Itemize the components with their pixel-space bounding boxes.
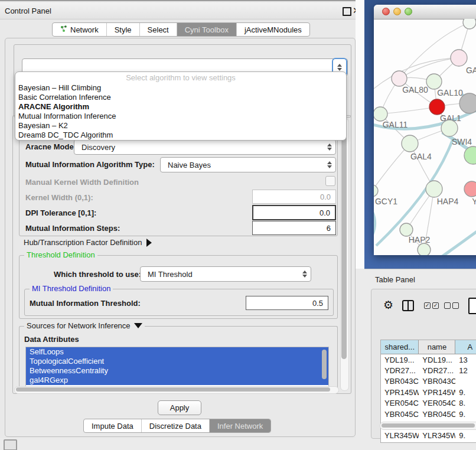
dropdown-item[interactable]: Bayesian – Hill Climbing: [15, 83, 346, 93]
settings-scrollbar[interactable]: [340, 118, 349, 391]
dpi-tolerance-field[interactable]: 0.0: [252, 205, 336, 220]
sources-title-row[interactable]: Sources for Network Inference: [24, 321, 145, 330]
data-attributes-label: Data Attributes: [24, 335, 79, 344]
mi-algorithm-type-label: Mutual Information Algorithm Type:: [25, 160, 155, 169]
node-GAL10[interactable]: [426, 74, 442, 89]
column-header[interactable]: A: [455, 340, 476, 354]
tab-network[interactable]: Network: [53, 23, 106, 36]
apply-button[interactable]: Apply: [158, 400, 201, 415]
table-hscrollbar-thumb[interactable]: [382, 423, 475, 428]
node-partial-bottom[interactable]: [418, 243, 431, 255]
aracne-mode-combobox[interactable]: Discovery: [74, 139, 336, 155]
column-header[interactable]: shared...: [381, 340, 419, 354]
dropdown-item[interactable]: Basic Correlation Inference: [15, 93, 346, 102]
node-GAL4[interactable]: [402, 135, 418, 152]
list-item[interactable]: TopologicalCoefficient: [26, 357, 328, 366]
node-gray[interactable]: [459, 93, 476, 113]
table-row[interactable]: YIL052CYIL052C9: [381, 441, 476, 443]
network-node-label: GAL10: [437, 88, 463, 97]
combo-spinner-icon: [324, 158, 335, 172]
column-header[interactable]: name: [419, 340, 455, 354]
table-panel-title: Table Panel: [375, 275, 415, 284]
tab-cyni-toolbox[interactable]: Cyni Toolbox: [177, 23, 236, 36]
table-row[interactable]: YDR27...YDR27...12: [381, 365, 476, 376]
panel-gutter: [356, 0, 364, 269]
close-window-icon[interactable]: [382, 8, 390, 15]
split-columns-icon[interactable]: [402, 300, 414, 311]
table-row[interactable]: YLR345WYLR345W9.: [381, 431, 476, 441]
mi-steps-field[interactable]: 6: [252, 221, 336, 235]
node-SWI4[interactable]: [441, 120, 458, 136]
zoom-window-icon[interactable]: [405, 8, 412, 15]
table-row[interactable]: YPR145WYPR145W9.: [381, 387, 476, 397]
hub-definition-section[interactable]: Hub/Transcription Factor Definition: [24, 238, 152, 247]
dropdown-item[interactable]: Bayesian – K2: [15, 121, 346, 131]
table-row[interactable]: YER054CYER054C8.: [381, 398, 476, 409]
manual-kernel-width-label: Manual Kernel Width Definition: [25, 178, 139, 187]
select-all-icon[interactable]: ✓✓: [424, 302, 439, 309]
node-partial-top[interactable]: [463, 19, 476, 29]
settings-hscrollbar-thumb[interactable]: [16, 387, 330, 392]
table-row[interactable]: YDL19...YDL19...13: [381, 354, 476, 365]
table-hscrollbar[interactable]: [380, 422, 476, 430]
network-edge: [374, 206, 375, 237]
node-HAP2[interactable]: [400, 223, 413, 236]
settings-hscrollbar[interactable]: [14, 386, 339, 394]
manual-kernel-width-checkbox[interactable]: [325, 176, 335, 186]
table-row[interactable]: YBR043CYBR043C: [381, 376, 476, 387]
list-item[interactable]: BetweennessCentrality: [26, 366, 328, 376]
threshold-definition-groupbox: Threshold Definition Which threshold to …: [19, 255, 338, 319]
list-item[interactable]: gal4RGexp: [26, 376, 328, 385]
list-item[interactable]: SelfLoops: [26, 347, 328, 357]
table-panel: Table Panel ⚙ ✓✓ shared... name A YDL19.…: [364, 269, 476, 450]
sources-groupbox: Sources for Network Inference Data Attri…: [19, 326, 338, 393]
select-none-icon[interactable]: [444, 302, 459, 309]
list-scrollbar-thumb[interactable]: [322, 350, 327, 379]
dropdown-item[interactable]: Mutual Information Inference: [15, 112, 346, 121]
hub-definition-label: Hub/Transcription Factor Definition: [24, 238, 142, 247]
mi-threshold-field[interactable]: 0.5: [246, 296, 328, 310]
screen: Control Panel ✕ Network Style Select Cyn…: [0, 0, 476, 450]
settings-scrollbar-thumb[interactable]: [341, 119, 347, 359]
network-node-label: GCY1: [375, 197, 397, 206]
network-view-window: GALGAL80GAL10GAL1GAL11SWI4GAL4GCY1HAP4YH…: [374, 5, 476, 255]
desktop-background: GALGAL80GAL10GAL1GAL11SWI4GAL4GCY1HAP4YH…: [364, 0, 476, 269]
tab-discretize-data[interactable]: Discretize Data: [141, 419, 209, 432]
export-table-icon[interactable]: [468, 298, 476, 314]
tab-jactivemnodules[interactable]: jActiveMNodules: [236, 23, 309, 36]
node-GAL80[interactable]: [392, 71, 407, 86]
node-GAL11[interactable]: [374, 107, 387, 121]
tab-style[interactable]: Style: [106, 23, 139, 36]
network-node-label: HAP4: [437, 197, 459, 206]
node-gal-clipped[interactable]: [451, 50, 467, 66]
node-salmon[interactable]: [464, 181, 476, 197]
sources-title: Sources for Network Inference: [27, 321, 131, 330]
network-node-label: GAL11: [383, 120, 408, 129]
float-panel-icon[interactable]: [343, 7, 351, 16]
mi-threshold-title: MI Threshold Definition: [30, 284, 113, 293]
aracne-mode-label: Aracne Mode:: [25, 142, 76, 151]
expanded-arrow-icon[interactable]: [134, 323, 142, 328]
kernel-width-field[interactable]: 0.0: [252, 190, 336, 204]
mi-algorithm-type-combobox[interactable]: Naive Bayes: [160, 157, 336, 172]
settings-gear-icon[interactable]: ⚙: [383, 299, 393, 311]
tab-impute-data[interactable]: Impute Data: [84, 419, 141, 432]
threshold-definition-title: Threshold Definition: [24, 250, 97, 259]
node-HAP4[interactable]: [426, 181, 442, 197]
node-GAL1[interactable]: [429, 99, 445, 115]
restore-panel-icon[interactable]: [4, 439, 17, 450]
table-panel-body: ⚙ ✓✓ shared... name A YDL19...YDL19...13…: [371, 289, 476, 439]
tab-infer-network[interactable]: Infer Network: [209, 419, 270, 432]
dropdown-item-selected[interactable]: ARACNE Algorithm: [15, 102, 346, 112]
network-graph[interactable]: GALGAL80GAL10GAL1GAL11SWI4GAL4GCY1HAP4YH…: [374, 19, 476, 255]
dropdown-item[interactable]: Dream8 DC_TDC Algorithm: [15, 131, 346, 140]
tab-select[interactable]: Select: [139, 23, 177, 36]
table-row[interactable]: YBR045CYBR045C9.: [381, 409, 476, 419]
network-window-titlebar[interactable]: [374, 5, 476, 19]
control-panel: Control Panel ✕ Network Style Select Cyn…: [0, 0, 356, 438]
network-node-label: SWI4: [452, 137, 472, 146]
node-GCY1[interactable]: [374, 185, 378, 197]
which-threshold-combobox[interactable]: MI Threshold: [140, 266, 311, 282]
minimize-window-icon[interactable]: [393, 8, 401, 15]
collapsed-arrow-icon[interactable]: [146, 239, 152, 247]
